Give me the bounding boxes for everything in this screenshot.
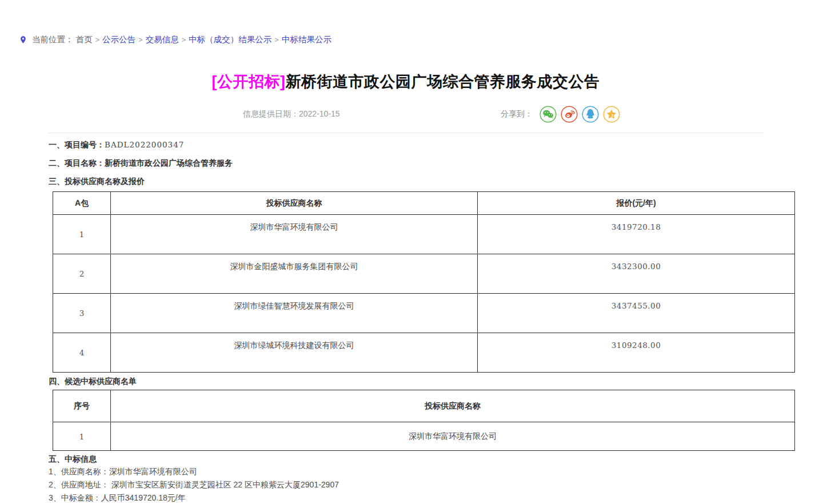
table-header-row: 序号 投标供应商名称 — [53, 390, 795, 422]
breadcrumb: 当前位置： 首页 > 公示公告 > 交易信息 > 中标（成交）结果公示 > 中标… — [19, 33, 827, 46]
bid-supplier-name: 深圳市绿城环境科技建设有限公司 — [111, 333, 478, 373]
section-candidates-heading: 四、候选中标供应商名单 — [49, 377, 827, 386]
table-row: 1 深圳市华富环境有限公司 — [53, 422, 795, 451]
share-qq-icon[interactable] — [582, 106, 599, 123]
publish-date: 信息提供日期：2022-10-15 — [243, 109, 340, 119]
breadcrumb-item-home[interactable]: 首页 — [76, 34, 93, 45]
share-qzone-icon[interactable]: z — [603, 106, 620, 123]
col-header-seq: 序号 — [53, 390, 111, 422]
title-text: 新桥街道市政公园广场综合管养服务成交公告 — [285, 73, 600, 90]
project-number-label: 一、项目编号： — [49, 140, 105, 149]
col-header-package: A包 — [53, 192, 111, 215]
title-procurement-tag: [公开招标] — [212, 73, 286, 90]
breadcrumb-separator: > — [95, 35, 100, 44]
bid-supplier-name: 深圳市金阳盛城市服务集团有限公司 — [111, 254, 478, 294]
share-wechat-icon[interactable] — [540, 106, 557, 123]
share-label: 分享到： — [501, 109, 533, 119]
share-icons: z — [540, 106, 620, 123]
col-header-supplier: 投标供应商名称 — [111, 390, 795, 422]
section-bidders-heading: 三、投标供应商名称及报价 — [49, 177, 827, 186]
section-project-name: 二、项目名称：新桥街道市政公园广场综合管养服务 — [49, 158, 827, 167]
breadcrumb-item-current[interactable]: 中标结果公示 — [282, 34, 331, 45]
section-award-heading: 五、中标信息 — [49, 454, 827, 463]
bid-row-number: 1 — [53, 215, 111, 254]
bid-row-number: 4 — [53, 333, 111, 373]
location-pin-icon — [19, 34, 27, 45]
bid-supplier-name: 深圳市华富环境有限公司 — [111, 215, 478, 254]
meta-row: 信息提供日期：2022-10-15 分享到： — [49, 105, 763, 123]
table-row: 2 深圳市金阳盛城市服务集团有限公司 3432300.00 — [53, 254, 795, 294]
bid-price: 3437455.00 — [478, 294, 795, 333]
project-number-value: BADL2022000347 — [105, 140, 184, 149]
bid-row-number: 3 — [53, 294, 111, 333]
section-project-number: 一、项目编号：BADL2022000347 — [49, 140, 827, 149]
bid-price: 3419720.18 — [478, 215, 795, 254]
award-amount: 3、中标金额：人民币3419720.18元/年 — [49, 491, 827, 504]
breadcrumb-separator: > — [182, 35, 186, 44]
award-supplier-address: 2、供应商地址： 深圳市宝安区新安街道灵芝园社区 22 区中粮紫云大厦2901-… — [49, 478, 827, 491]
breadcrumb-item-trade-info[interactable]: 交易信息 — [146, 34, 179, 45]
svg-text:z: z — [612, 113, 614, 118]
table-row: 1 深圳市华富环境有限公司 3419720.18 — [53, 215, 795, 254]
breadcrumb-separator: > — [138, 35, 143, 44]
bid-supplier-name: 深圳市绿佳智慧环境发展有限公司 — [111, 294, 478, 333]
table-row: 3 深圳市绿佳智慧环境发展有限公司 3437455.00 — [53, 294, 795, 333]
col-header-price: 报价(元/年) — [478, 192, 795, 215]
table-header-row: A包 投标供应商名称 报价(元/年) — [53, 192, 795, 215]
bid-price: 3109248.00 — [478, 333, 795, 373]
breadcrumb-item-award-results[interactable]: 中标（成交）结果公示 — [189, 34, 271, 45]
candidate-supplier-name: 深圳市华富环境有限公司 — [111, 422, 795, 451]
breadcrumb-separator: > — [274, 35, 279, 44]
col-header-supplier: 投标供应商名称 — [111, 192, 478, 215]
share-group: 分享到： — [501, 106, 620, 123]
award-supplier-name: 1、供应商名称：深圳市华富环境有限公司 — [49, 465, 827, 478]
bid-suppliers-table: A包 投标供应商名称 报价(元/年) 1 深圳市华富环境有限公司 3419720… — [53, 191, 795, 373]
page-title: [公开招标]新桥街道市政公园广场综合管养服务成交公告 — [49, 72, 763, 91]
candidate-suppliers-table: 序号 投标供应商名称 1 深圳市华富环境有限公司 — [53, 390, 795, 451]
breadcrumb-item-announcements[interactable]: 公示公告 — [102, 34, 135, 45]
candidate-row-number: 1 — [53, 422, 111, 451]
table-row: 4 深圳市绿城环境科技建设有限公司 3109248.00 — [53, 333, 795, 373]
breadcrumb-location-label: 当前位置： — [32, 34, 74, 45]
content-divider — [49, 133, 763, 133]
bid-price: 3432300.00 — [478, 254, 795, 294]
award-info: 1、供应商名称：深圳市华富环境有限公司 2、供应商地址： 深圳市宝安区新安街道灵… — [49, 465, 827, 504]
share-weibo-icon[interactable] — [561, 106, 578, 123]
bid-row-number: 2 — [53, 254, 111, 294]
